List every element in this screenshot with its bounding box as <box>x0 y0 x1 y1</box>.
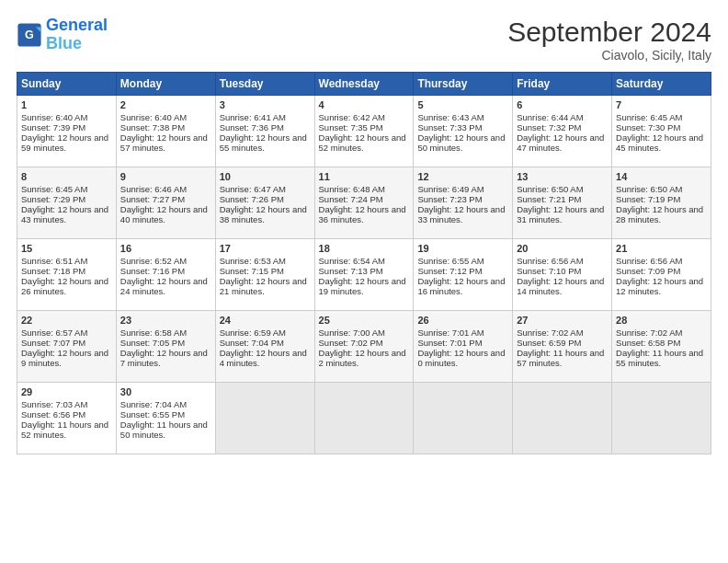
daylight-label: Daylight: 12 hours and 45 minutes. <box>616 132 703 153</box>
sunset-text: Sunset: 7:30 PM <box>616 122 680 132</box>
sunrise-text: Sunrise: 7:01 AM <box>417 327 483 338</box>
calendar-week-row: 1Sunrise: 6:40 AMSunset: 7:39 PMDaylight… <box>17 96 711 167</box>
sunset-text: Sunset: 7:24 PM <box>319 194 383 204</box>
daylight-label: Daylight: 12 hours and 14 minutes. <box>517 276 604 296</box>
sunset-text: Sunset: 7:13 PM <box>319 266 383 276</box>
sunrise-text: Sunrise: 6:55 AM <box>417 256 483 266</box>
sunset-text: Sunset: 7:16 PM <box>120 266 185 276</box>
daylight-label: Daylight: 12 hours and 16 minutes. <box>417 276 505 296</box>
daylight-label: Daylight: 11 hours and 57 minutes. <box>517 348 604 368</box>
logo: G General Blue <box>17 17 108 53</box>
sunset-text: Sunset: 7:15 PM <box>220 266 284 276</box>
sunset-text: Sunset: 7:23 PM <box>417 194 482 204</box>
daylight-label: Daylight: 11 hours and 55 minutes. <box>616 348 703 368</box>
daylight-label: Daylight: 12 hours and 36 minutes. <box>319 204 406 224</box>
sunrise-text: Sunrise: 6:47 AM <box>220 184 286 194</box>
table-row: 28Sunrise: 7:02 AMSunset: 6:58 PMDayligh… <box>612 311 711 383</box>
table-row: 7Sunrise: 6:45 AMSunset: 7:30 PMDaylight… <box>612 96 711 167</box>
daylight-label: Daylight: 12 hours and 38 minutes. <box>220 204 307 224</box>
sunrise-text: Sunrise: 6:54 AM <box>319 256 385 266</box>
col-tuesday: Tuesday <box>215 73 314 96</box>
day-number: 21 <box>616 243 707 254</box>
day-number: 9 <box>120 171 211 182</box>
sunrise-text: Sunrise: 6:45 AM <box>616 112 682 122</box>
day-number: 19 <box>417 243 508 254</box>
sunrise-text: Sunrise: 6:59 AM <box>220 327 286 338</box>
sunset-text: Sunset: 7:09 PM <box>616 266 680 276</box>
day-number: 23 <box>120 315 211 326</box>
table-row: 25Sunrise: 7:00 AMSunset: 7:02 PMDayligh… <box>314 311 414 383</box>
daylight-label: Daylight: 12 hours and 33 minutes. <box>417 204 505 224</box>
calendar-week-row: 29Sunrise: 7:03 AMSunset: 6:56 PMDayligh… <box>17 383 711 454</box>
sunset-text: Sunset: 7:36 PM <box>220 122 284 132</box>
table-row: 2Sunrise: 6:40 AMSunset: 7:38 PMDaylight… <box>116 96 215 167</box>
table-row: 21Sunrise: 6:56 AMSunset: 7:09 PMDayligh… <box>612 239 711 311</box>
day-number: 27 <box>517 315 608 326</box>
table-row: 30Sunrise: 7:04 AMSunset: 6:55 PMDayligh… <box>116 383 215 454</box>
day-number: 24 <box>220 315 311 326</box>
daylight-label: Daylight: 12 hours and 43 minutes. <box>21 204 108 224</box>
title-block: September 2024 Ciavolo, Sicily, Italy <box>507 17 711 63</box>
location-subtitle: Ciavolo, Sicily, Italy <box>507 48 711 63</box>
table-row: 14Sunrise: 6:50 AMSunset: 7:19 PMDayligh… <box>612 167 711 239</box>
calendar-week-row: 8Sunrise: 6:45 AMSunset: 7:29 PMDaylight… <box>17 167 711 239</box>
table-row: 5Sunrise: 6:43 AMSunset: 7:33 PMDaylight… <box>414 96 513 167</box>
sunset-text: Sunset: 7:21 PM <box>517 194 581 204</box>
page-container: G General Blue September 2024 Ciavolo, S… <box>0 0 728 464</box>
daylight-label: Daylight: 12 hours and 4 minutes. <box>220 348 307 368</box>
logo-blue: Blue <box>46 34 82 52</box>
sunset-text: Sunset: 7:32 PM <box>517 122 581 132</box>
sunrise-text: Sunrise: 6:53 AM <box>220 256 286 266</box>
daylight-label: Daylight: 12 hours and 55 minutes. <box>220 132 307 153</box>
calendar-week-row: 15Sunrise: 6:51 AMSunset: 7:18 PMDayligh… <box>17 239 711 311</box>
table-row: 29Sunrise: 7:03 AMSunset: 6:56 PMDayligh… <box>17 383 117 454</box>
daylight-label: Daylight: 12 hours and 9 minutes. <box>21 348 108 368</box>
sunset-text: Sunset: 7:19 PM <box>616 194 680 204</box>
daylight-label: Daylight: 12 hours and 0 minutes. <box>417 348 505 368</box>
table-row <box>513 383 612 454</box>
daylight-label: Daylight: 12 hours and 28 minutes. <box>616 204 703 224</box>
sunrise-text: Sunrise: 6:49 AM <box>417 184 483 194</box>
day-number: 3 <box>220 99 311 110</box>
sunset-text: Sunset: 6:58 PM <box>616 338 680 348</box>
table-row: 12Sunrise: 6:49 AMSunset: 7:23 PMDayligh… <box>414 167 513 239</box>
table-row: 27Sunrise: 7:02 AMSunset: 6:59 PMDayligh… <box>513 311 612 383</box>
day-number: 18 <box>319 243 410 254</box>
sunrise-text: Sunrise: 6:44 AM <box>517 112 583 122</box>
col-friday: Friday <box>513 73 612 96</box>
table-row: 9Sunrise: 6:46 AMSunset: 7:27 PMDaylight… <box>116 167 215 239</box>
sunrise-text: Sunrise: 7:04 AM <box>120 399 187 409</box>
table-row: 11Sunrise: 6:48 AMSunset: 7:24 PMDayligh… <box>314 167 414 239</box>
sunrise-text: Sunrise: 6:42 AM <box>319 112 385 122</box>
sunset-text: Sunset: 7:10 PM <box>517 266 581 276</box>
sunrise-text: Sunrise: 6:48 AM <box>319 184 385 194</box>
day-number: 4 <box>319 99 410 110</box>
calendar-header-row: Sunday Monday Tuesday Wednesday Thursday… <box>17 73 711 96</box>
sunrise-text: Sunrise: 6:56 AM <box>616 256 682 266</box>
col-thursday: Thursday <box>414 73 513 96</box>
table-row: 10Sunrise: 6:47 AMSunset: 7:26 PMDayligh… <box>215 167 314 239</box>
sunset-text: Sunset: 7:12 PM <box>417 266 482 276</box>
day-number: 14 <box>616 171 707 182</box>
sunrise-text: Sunrise: 6:45 AM <box>21 184 87 194</box>
table-row <box>314 383 414 454</box>
day-number: 22 <box>21 315 112 326</box>
daylight-label: Daylight: 12 hours and 7 minutes. <box>120 348 208 368</box>
sunrise-text: Sunrise: 6:58 AM <box>120 327 187 338</box>
table-row: 20Sunrise: 6:56 AMSunset: 7:10 PMDayligh… <box>513 239 612 311</box>
day-number: 8 <box>21 171 112 182</box>
table-row: 13Sunrise: 6:50 AMSunset: 7:21 PMDayligh… <box>513 167 612 239</box>
sunset-text: Sunset: 6:55 PM <box>120 409 185 419</box>
day-number: 25 <box>319 315 410 326</box>
month-title: September 2024 <box>507 17 711 48</box>
table-row: 24Sunrise: 6:59 AMSunset: 7:04 PMDayligh… <box>215 311 314 383</box>
col-monday: Monday <box>116 73 215 96</box>
sunrise-text: Sunrise: 6:51 AM <box>21 256 87 266</box>
calendar-body: 1Sunrise: 6:40 AMSunset: 7:39 PMDaylight… <box>17 96 711 454</box>
sunset-text: Sunset: 7:29 PM <box>21 194 85 204</box>
day-number: 6 <box>517 99 608 110</box>
day-number: 29 <box>21 386 112 397</box>
logo-text: General Blue <box>46 17 108 53</box>
calendar-table: Sunday Monday Tuesday Wednesday Thursday… <box>17 72 711 454</box>
sunset-text: Sunset: 7:07 PM <box>21 338 85 348</box>
